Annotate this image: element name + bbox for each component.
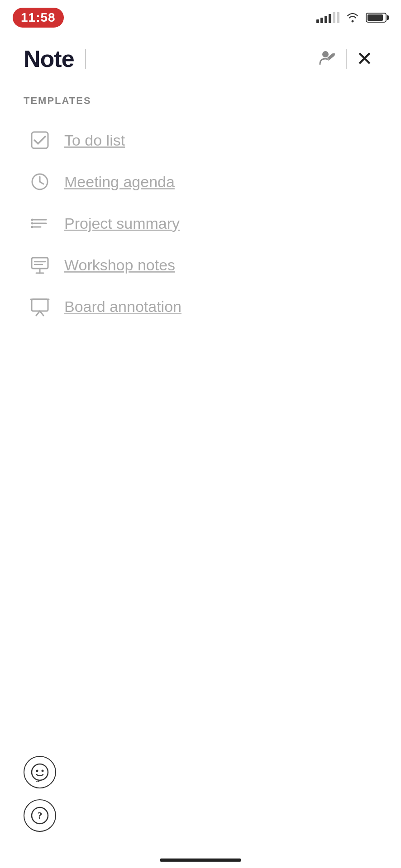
svg-point-11 [31, 219, 33, 221]
title-divider [85, 49, 86, 69]
help-button[interactable]: ? [24, 799, 56, 832]
list-item[interactable]: Workshop notes [24, 244, 377, 286]
list-item[interactable]: To do list [24, 119, 377, 161]
template-list: To do list Meeting agenda [24, 119, 377, 327]
close-button[interactable]: ✕ [351, 46, 377, 72]
time-display: 11:58 [13, 8, 64, 28]
svg-point-12 [31, 222, 33, 225]
header-left: Note [24, 45, 86, 72]
header-right: ✕ [315, 46, 377, 72]
svg-text:?: ? [38, 810, 43, 821]
header-divider [346, 49, 347, 69]
list-item[interactable]: Meeting agenda [24, 161, 377, 203]
template-item-label: Project summary [64, 215, 180, 232]
list-icon [28, 212, 52, 235]
svg-point-25 [42, 770, 44, 772]
svg-point-13 [31, 226, 33, 228]
svg-point-0 [322, 51, 329, 57]
question-icon: ? [30, 806, 49, 825]
close-icon: ✕ [356, 49, 373, 69]
svg-point-23 [32, 764, 48, 780]
bottom-actions: ? [24, 756, 56, 832]
svg-line-7 [40, 182, 43, 184]
template-item-label: To do list [64, 132, 125, 149]
main-content: TEMPLATES To do list Meeting agenda [0, 81, 401, 327]
edit-user-button[interactable] [315, 46, 341, 72]
signal-icon [316, 12, 339, 23]
presentation-icon [28, 253, 52, 277]
svg-rect-19 [32, 299, 48, 311]
template-item-label: Board annotation [64, 298, 181, 316]
status-icons [316, 12, 387, 23]
home-indicator [160, 859, 241, 862]
svg-point-24 [36, 770, 38, 772]
chat-support-button[interactable] [24, 756, 56, 788]
edit-user-icon [316, 47, 340, 71]
battery-icon [366, 13, 387, 23]
header: Note ✕ [0, 36, 401, 81]
board-icon [28, 295, 52, 318]
templates-section-label: TEMPLATES [24, 95, 377, 107]
list-item[interactable]: Board annotation [24, 286, 377, 327]
wifi-icon [346, 13, 359, 23]
page-title: Note [24, 45, 74, 72]
template-item-label: Workshop notes [64, 256, 175, 274]
smiley-chat-icon [30, 763, 49, 782]
clock-icon [28, 170, 52, 193]
svg-rect-14 [32, 258, 48, 269]
list-item[interactable]: Project summary [24, 203, 377, 244]
template-item-label: Meeting agenda [64, 173, 175, 191]
status-bar: 11:58 [0, 0, 401, 32]
checkbox-icon [28, 128, 52, 152]
